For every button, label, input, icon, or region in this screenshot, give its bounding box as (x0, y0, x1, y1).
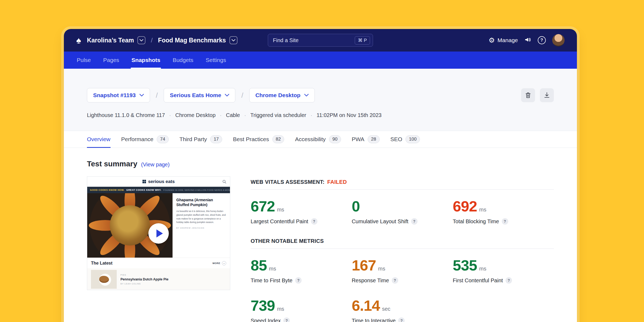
snapshot-header: Snapshot #1193 / Serious Eats Home / Chr… (64, 69, 577, 131)
announcements-icon[interactable] (524, 36, 531, 44)
tab-seo[interactable]: SEO 100 (390, 131, 420, 148)
web-vitals-heading: WEB VITALS ASSESSMENT: (251, 179, 325, 185)
metric-first-contentful-paint: 535ms First Contentful Paint? (453, 258, 554, 284)
user-avatar[interactable] (552, 34, 565, 46)
download-snapshot-button[interactable] (540, 88, 554, 102)
meta-profile: Chrome Desktop (175, 112, 215, 118)
divider (251, 189, 554, 190)
page-selector[interactable]: Serious Eats Home (164, 88, 235, 103)
nav-item-settings[interactable]: Settings (206, 52, 226, 69)
metric-label: Time to First Byte (251, 277, 292, 284)
help-icon[interactable]: ? (502, 218, 508, 225)
manage-button[interactable]: ⚙ Manage (489, 37, 518, 44)
metric-cumulative-layout-shift: 0 Cumulative Layout Shift? (352, 199, 453, 225)
score-badge: 82 (272, 135, 284, 143)
nav-item-pages[interactable]: Pages (103, 52, 119, 69)
nav-item-budgets[interactable]: Budgets (173, 52, 193, 69)
metric-label: Cumulative Layout Shift (352, 218, 408, 225)
web-vitals-status: FAILED (327, 179, 347, 185)
hero-article-text: Ghapama (Armenian Stuffed Pumpkin) As be… (173, 193, 230, 258)
meta-connection: Cable (226, 112, 240, 118)
search-shortcut-badge: ⌘ P (355, 36, 370, 45)
snapshot-selector[interactable]: Snapshot #1193 (87, 88, 150, 103)
profile-selector-label: Chrome Desktop (255, 92, 301, 98)
latest-heading: The Latest (91, 261, 112, 266)
chevron-down-icon[interactable] (137, 36, 145, 44)
score-badge: 17 (210, 135, 222, 143)
metric-time-to-interactive: 6.14sec Time to Interactive? (352, 298, 453, 322)
chevron-down-icon (140, 94, 144, 97)
pie-photo (91, 270, 117, 289)
tab-overview[interactable]: Overview (87, 131, 111, 148)
meta-separator: · (244, 112, 246, 118)
nav-item-pulse[interactable]: Pulse (77, 52, 91, 69)
team-name: Karolina’s Team (87, 37, 134, 44)
metric-label: Total Blocking Time (453, 218, 499, 225)
tab-third-party[interactable]: Third Party 17 (180, 131, 222, 148)
other-metrics-heading: OTHER NOTABLE METRICS (251, 238, 324, 244)
profile-selector[interactable]: Chrome Desktop (249, 88, 315, 103)
metric-label: Response Time (352, 277, 389, 284)
help-icon[interactable]: ? (538, 36, 546, 44)
hero-article-excerpt: As beautiful as it is delicious, this ho… (176, 210, 226, 224)
play-icon (156, 229, 163, 237)
play-filmstrip-button[interactable] (148, 223, 169, 244)
tagline-note: FOUNDED IN 2006, SERVING 8 MILLION FOOD … (163, 189, 230, 191)
help-icon[interactable]: ? (411, 218, 418, 225)
project-name: Food Mag Benchmarks (158, 37, 226, 44)
meta-separator: · (220, 112, 222, 118)
metric-speed-index: 739ms Speed Index? (251, 298, 352, 322)
breadcrumb-separator: / (151, 36, 153, 44)
divider (251, 248, 554, 249)
download-icon (544, 92, 550, 98)
metric-time-to-first-byte: 85ms Time to First Byte? (251, 258, 352, 284)
article-byline: BY LEAH COLINS (120, 283, 169, 285)
tab-performance[interactable]: Performance 74 (121, 131, 169, 148)
delete-snapshot-button[interactable] (521, 88, 535, 102)
meta-lighthouse: Lighthouse 11.1.0 & Chrome 117 (87, 112, 165, 118)
help-icon[interactable]: ? (283, 317, 290, 322)
other-metrics-grid: 85ms Time to First Byte? 167ms Response … (251, 258, 554, 322)
help-icon[interactable]: ? (392, 277, 398, 284)
manage-label: Manage (497, 37, 518, 43)
primary-nav: Pulse Pages Snapshots Budgets Settings (64, 52, 577, 69)
help-icon[interactable]: ? (295, 277, 302, 284)
tab-pwa[interactable]: PWA 28 (352, 131, 380, 148)
site-search[interactable]: ⌘ P (268, 34, 373, 47)
page-screenshot-thumbnail[interactable]: serious eats GOOD COOKS KNOW HOW. GREAT … (87, 176, 230, 290)
help-icon[interactable]: ? (311, 218, 317, 225)
help-icon[interactable]: ? (398, 317, 405, 322)
snapshot-actions (521, 88, 554, 102)
tab-best-practices[interactable]: Best Practices 82 (233, 131, 284, 148)
logo-mark-icon (142, 180, 146, 183)
search-input[interactable] (272, 37, 355, 44)
app-window: ♠ Karolina’s Team / Food Mag Benchmarks … (64, 29, 577, 322)
project-switcher[interactable]: Food Mag Benchmarks (158, 36, 237, 44)
thumbnail-site-header: serious eats (87, 177, 230, 187)
nav-item-snapshots[interactable]: Snapshots (131, 52, 160, 69)
more-label: MORE (213, 262, 220, 265)
article-tag: PIES (120, 274, 169, 276)
snapshot-meta: Lighthouse 11.1.0 & Chrome 117 · Chrome … (87, 112, 554, 118)
web-vitals-grid: 672ms Largest Contentful Paint? 0 Cumula… (251, 199, 554, 225)
metric-label: First Contentful Paint (453, 277, 503, 284)
snapshot-selector-label: Snapshot #1193 (93, 92, 136, 98)
page-title: Test summary (87, 160, 137, 168)
web-vitals-panel: WEB VITALS ASSESSMENT: FAILED 672ms Larg… (251, 179, 554, 322)
view-page-link[interactable]: (View page) (141, 162, 170, 168)
meta-timestamp: 11:02PM on Nov 15th 2023 (317, 112, 382, 118)
help-icon[interactable]: ? (506, 277, 512, 284)
report-tabs: Overview Performance 74 Third Party 17 B… (64, 131, 577, 148)
overview-content: Test summary (View page) serious eats (64, 148, 577, 322)
team-switcher[interactable]: Karolina’s Team (87, 36, 145, 44)
hero-article-byline: BY ANDREW JANJIGIAN (176, 227, 226, 229)
metric-label: Time to Interactive (352, 318, 396, 322)
selector-separator: / (156, 91, 158, 100)
page-selector-label: Serious Eats Home (170, 92, 221, 98)
tab-label: Overview (87, 136, 111, 142)
article-title: Pennsylvania Dutch Apple Pie (120, 277, 169, 281)
tab-accessibility[interactable]: Accessibility 90 (295, 131, 341, 148)
chevron-down-icon[interactable] (229, 36, 237, 44)
tab-label: Performance (121, 136, 153, 142)
tagline-bold: GOOD COOKS KNOW HOW. (90, 189, 125, 191)
